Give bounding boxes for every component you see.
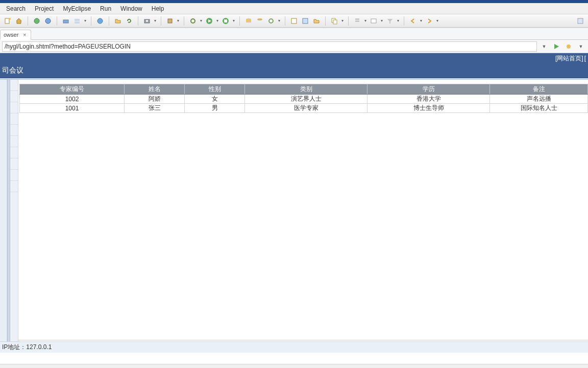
toolbar-camera-icon[interactable] — [142, 16, 152, 26]
toolbar-dropdown-icon[interactable]: ▾ — [380, 16, 383, 26]
toolbar-dropdown-icon[interactable]: ▾ — [216, 16, 219, 26]
svg-point-10 — [146, 20, 148, 22]
menu-myeclipse[interactable]: MyEclipse — [59, 4, 95, 13]
toolbar-open-res-icon[interactable] — [301, 16, 310, 26]
toolbar-filter-icon[interactable] — [385, 16, 395, 26]
toolbar-home-icon[interactable] — [14, 16, 23, 26]
toolbar-dropdown-icon[interactable]: ▾ — [278, 16, 281, 26]
side-row[interactable] — [10, 170, 18, 181]
side-row[interactable] — [10, 181, 18, 192]
menu-project[interactable]: Project — [31, 4, 58, 13]
side-row[interactable] — [10, 125, 18, 136]
toolbar-deploy-icon[interactable] — [61, 16, 70, 26]
menu-run[interactable]: Run — [96, 4, 115, 13]
menu-search[interactable]: Search — [2, 4, 30, 13]
toolbar-outline-icon[interactable] — [353, 16, 362, 26]
toolbar-perspective-icon[interactable] — [576, 16, 585, 26]
svg-point-4 — [45, 18, 51, 24]
col-id[interactable]: 专家编号 — [20, 84, 125, 95]
toolbar-debug-icon[interactable] — [43, 16, 53, 26]
toolbar-separator — [184, 16, 184, 26]
toolbar-run-icon[interactable] — [32, 16, 41, 26]
toolbar-back-icon[interactable] — [408, 16, 418, 26]
go-button[interactable] — [551, 41, 561, 52]
toolbar-dropdown-icon[interactable]: ▾ — [84, 16, 87, 26]
toolbar-dropdown-icon[interactable]: ▾ — [341, 16, 344, 26]
settings-icon[interactable] — [564, 41, 574, 52]
menu-window[interactable]: Window — [116, 4, 146, 13]
toolbar-db-icon[interactable] — [244, 16, 253, 26]
page-top-links: [网站首页] [ — [0, 53, 586, 63]
toolbar-db-edit-icon[interactable] — [255, 16, 264, 26]
page-heading-bar: 司会议 — [0, 63, 588, 78]
toolbar-refresh-icon[interactable] — [125, 16, 134, 26]
address-input[interactable] — [2, 41, 537, 52]
side-row[interactable] — [10, 113, 18, 125]
svg-rect-20 — [291, 18, 297, 24]
table-row[interactable]: 1001 张三 男 医学专家 博士生导师 国际知名人士 — [20, 104, 588, 113]
toolbar-server-icon[interactable] — [72, 16, 82, 26]
toolbar-sync-icon[interactable] — [266, 16, 276, 26]
toolbar-separator — [239, 16, 240, 26]
cell-gender: 男 — [185, 104, 245, 113]
toolbar-dropdown-icon[interactable]: ▾ — [420, 16, 423, 26]
svg-point-1 — [9, 18, 11, 20]
toolbar-dropdown-icon[interactable]: ▾ — [364, 16, 367, 26]
toolbar-dropdown-icon[interactable]: ▾ — [177, 16, 180, 26]
svg-point-3 — [34, 18, 39, 24]
svg-rect-11 — [168, 19, 172, 23]
toolbar-globe-icon[interactable] — [95, 16, 105, 26]
toolbar-forward-icon[interactable] — [425, 16, 434, 26]
toolbar-dropdown-icon[interactable]: ▾ — [397, 16, 400, 26]
toolbar-dropdown-icon[interactable]: ▾ — [232, 16, 235, 26]
address-menu-dropdown-icon[interactable]: ▼ — [576, 41, 586, 52]
toolbar-copy-icon[interactable] — [330, 16, 339, 26]
menu-help[interactable]: Help — [148, 4, 168, 13]
col-gender[interactable]: 性别 — [185, 84, 245, 95]
browser-tab-label: owser — [4, 32, 18, 38]
toolbar-separator — [161, 16, 161, 26]
side-row[interactable] — [10, 136, 18, 147]
toolbar-dropdown-icon[interactable]: ▾ — [436, 16, 439, 26]
side-row[interactable] — [10, 102, 18, 113]
cell-name: 张三 — [125, 104, 185, 113]
cell-edu: 香港大学 — [368, 95, 490, 104]
svg-marker-2 — [16, 18, 21, 24]
toolbar-dropdown-icon[interactable]: ▾ — [154, 16, 157, 26]
svg-point-30 — [567, 44, 571, 49]
toolbar-open-type-icon[interactable] — [289, 16, 299, 26]
col-edu[interactable]: 学历 — [368, 84, 490, 95]
browser-tab[interactable]: owser × — [0, 30, 31, 40]
address-dropdown-icon[interactable]: ▼ — [539, 41, 549, 52]
toolbar-separator — [404, 16, 404, 26]
toolbar-folder-open-icon[interactable] — [113, 16, 122, 26]
link-home[interactable]: [网站首页] — [555, 54, 583, 63]
svg-rect-28 — [578, 18, 583, 24]
toolbar-separator — [325, 16, 326, 26]
table-row[interactable]: 1002 阿娇 女 演艺界人士 香港大学 声名远播 — [20, 95, 588, 104]
toolbar-play-icon[interactable] — [205, 16, 214, 26]
col-remark[interactable]: 备注 — [490, 84, 588, 95]
toolbar-task-icon[interactable] — [369, 16, 378, 26]
toolbar-new-icon[interactable] — [3, 16, 12, 26]
browser-viewport: [网站首页] [ 司会议 — [0, 53, 588, 353]
close-icon[interactable]: × — [21, 32, 28, 38]
cell-remark: 国际知名人士 — [490, 104, 588, 113]
side-row[interactable] — [10, 147, 18, 158]
svg-rect-6 — [75, 19, 80, 21]
toolbar-folder-icon[interactable] — [312, 16, 321, 26]
svg-rect-16 — [224, 19, 227, 22]
page-statusbar: IP地址：127.0.0.1 — [0, 341, 588, 353]
side-row[interactable] — [10, 80, 18, 91]
toolbar-dropdown-icon[interactable]: ▾ — [200, 16, 203, 26]
col-category[interactable]: 类别 — [245, 84, 368, 95]
side-row[interactable] — [10, 158, 18, 170]
toolbar-separator — [109, 16, 109, 26]
col-name[interactable]: 姓名 — [125, 84, 185, 95]
page-top-strip: [网站首页] [ — [0, 53, 588, 63]
link-bracket: [ — [584, 55, 586, 62]
toolbar-package-icon[interactable] — [165, 16, 175, 26]
toolbar-run-config-icon[interactable] — [221, 16, 230, 26]
toolbar-gear-icon[interactable] — [188, 16, 198, 26]
side-row[interactable] — [10, 91, 18, 102]
